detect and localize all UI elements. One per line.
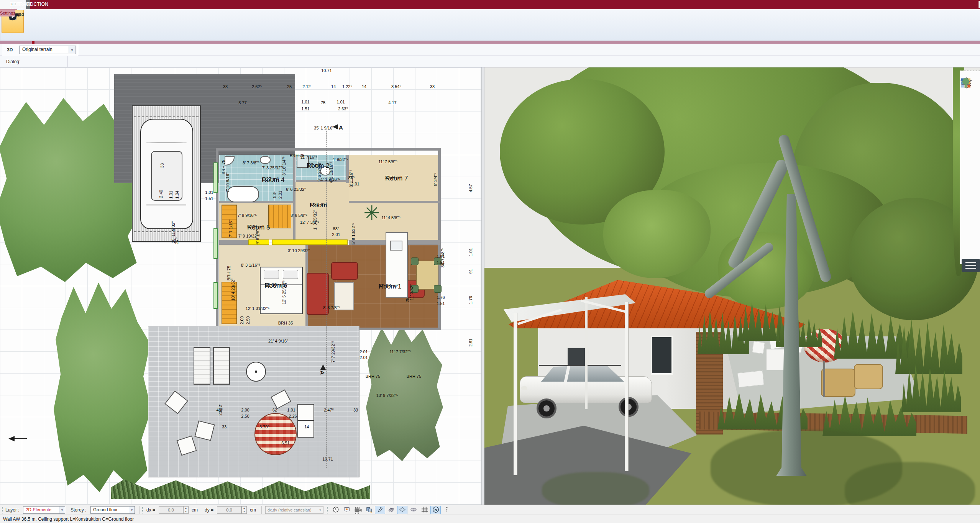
bathtub bbox=[227, 186, 259, 202]
round-table bbox=[246, 362, 266, 382]
dimension-label: 1.01 bbox=[337, 100, 345, 104]
dimension-label: 2.01 bbox=[359, 355, 368, 360]
car-windshield bbox=[146, 143, 187, 143]
dimension-label: 4.57 bbox=[468, 184, 473, 192]
surface-icon[interactable] bbox=[397, 506, 407, 514]
dimension-label: 33 bbox=[353, 408, 358, 412]
dimension-label: BRH 75 bbox=[407, 374, 422, 379]
selected-wall-marker bbox=[213, 162, 218, 193]
grid-icon[interactable] bbox=[419, 506, 430, 514]
car-top-view bbox=[140, 119, 193, 229]
dimension-label: 1.51 bbox=[301, 107, 309, 111]
dimension-label: 10' 4 23/32" bbox=[231, 279, 235, 301]
kitchen-sink bbox=[390, 241, 402, 251]
plants-icon[interactable] bbox=[960, 77, 973, 90]
dimension-label: 5' 9 13/32"⁵ bbox=[351, 223, 356, 244]
dy-stepper[interactable]: ▲▼ bbox=[241, 506, 247, 514]
tab-edit[interactable]: EDIT bbox=[0, 0, 31, 9]
dimension-label: 3.77 bbox=[238, 100, 246, 105]
dimension-label: 88⁵ bbox=[272, 192, 277, 198]
plan-2d-viewport[interactable]: ✳Room 48.27 m²Room 23.9 m²Room 78.53 m²R… bbox=[0, 67, 481, 505]
separator bbox=[140, 506, 140, 514]
dy-input[interactable]: 0.0 bbox=[217, 506, 241, 514]
dimension-label: 2.50 bbox=[241, 414, 249, 418]
unit-label: cm bbox=[250, 507, 258, 513]
application-window: FILEPROJECTCONSTRUCTION3DTERRAIN2D VIEWS… bbox=[0, 0, 980, 523]
house-window bbox=[651, 336, 673, 375]
toilet bbox=[260, 156, 271, 164]
vector-icon[interactable] bbox=[375, 506, 385, 514]
coordinate-mode-select[interactable]: dx,dy (relative cartesian)▾ bbox=[265, 506, 323, 514]
panel-drag-handle[interactable] bbox=[962, 259, 980, 272]
dimension-label: 2.01 bbox=[351, 182, 359, 186]
dimension-label: 1.01 bbox=[468, 248, 473, 256]
catalog-side-panel bbox=[960, 70, 980, 264]
storey-select[interactable]: Ground floor▾ bbox=[90, 506, 135, 514]
render-3d-viewport[interactable] bbox=[484, 67, 980, 505]
dimension-label: 1.01 bbox=[169, 190, 173, 198]
grip bbox=[327, 507, 328, 513]
dimension-label: 1.76 bbox=[468, 296, 473, 304]
dimension-label: 33 bbox=[160, 163, 164, 168]
dx-stepper[interactable]: ▲▼ bbox=[183, 506, 189, 514]
ribbon-group-settings: BackgroundShadowsLightingDisplayVideoSet… bbox=[0, 9, 0, 41]
dx-label: dx = bbox=[146, 507, 159, 513]
chevron-down-icon: ▾ bbox=[317, 507, 323, 513]
dimension-label: 1.01 bbox=[437, 254, 445, 259]
wicker-chair bbox=[821, 369, 855, 397]
layer-select[interactable]: 2D-Elemente▾ bbox=[23, 506, 65, 514]
dimension-label: 2.12 bbox=[302, 84, 310, 89]
camera-icon[interactable] bbox=[353, 506, 363, 514]
dimension-label: BRH 35 bbox=[278, 321, 293, 325]
close-icon[interactable]: ✕ bbox=[978, 1, 980, 8]
view-selector-cell: 3D Original terrain ▾ bbox=[2, 44, 78, 56]
dialog-label: Dialog: bbox=[6, 59, 20, 64]
preview-icon[interactable] bbox=[341, 506, 352, 514]
dimension-label: 25 bbox=[287, 84, 292, 89]
axis-line bbox=[14, 438, 27, 439]
dx-input[interactable]: 0.0 bbox=[159, 506, 183, 514]
grip bbox=[142, 507, 143, 513]
unit-label: cm bbox=[192, 507, 200, 513]
hatch-icon[interactable] bbox=[386, 506, 396, 514]
chevron-down-icon[interactable]: ▾ bbox=[129, 507, 135, 513]
dimension-label: 1.22⁵ bbox=[342, 84, 352, 89]
dimension-label: 1.51 bbox=[437, 260, 445, 265]
clock-icon[interactable] bbox=[330, 506, 341, 514]
dimension-label: 3.54⁵ bbox=[391, 84, 401, 89]
north-icon[interactable]: N bbox=[430, 506, 441, 514]
patio-lounger bbox=[737, 371, 764, 388]
dimension-label: 2.00 bbox=[240, 316, 244, 324]
dimension-label: 12' 5 25/32"⁵ bbox=[282, 280, 286, 305]
hedge bbox=[111, 479, 370, 499]
dimension-label: 8' 3 1/16"⁵ bbox=[241, 263, 260, 267]
dimension-label: 8' 6 5/8"⁵ bbox=[291, 213, 307, 218]
car-cabin bbox=[536, 365, 624, 382]
svg-text:N: N bbox=[434, 508, 437, 512]
dimension-label: 7' 10 9/16" bbox=[225, 172, 230, 192]
status-bar-controls: Layer :2D-Elemente▾Storey :Ground floor▾… bbox=[0, 505, 980, 515]
pane-divider[interactable] bbox=[481, 67, 484, 505]
terrain-select[interactable]: Original terrain ▾ bbox=[19, 46, 76, 54]
contours-icon[interactable] bbox=[408, 506, 419, 514]
dimension-label: 2.00 bbox=[241, 408, 249, 412]
group-label: Settings bbox=[0, 9, 15, 16]
dimension-label: 2.50 bbox=[246, 316, 250, 324]
dimension-label: 8' 7 3/8"⁵ bbox=[243, 161, 259, 165]
dimension-label: 11' 3/32" bbox=[409, 284, 414, 300]
dialog-row: Dialog: bbox=[0, 56, 980, 67]
dimension-label: 4' 9/32"⁵ bbox=[332, 157, 348, 162]
more-icon[interactable] bbox=[442, 506, 452, 514]
chevron-down-icon[interactable]: ▾ bbox=[59, 507, 65, 513]
room-area: 37.68 m² bbox=[379, 283, 398, 289]
dimension-label: 88⁵ bbox=[348, 175, 355, 180]
dimension-label: 11' 4 5/8"⁵ bbox=[381, 215, 401, 220]
dimension-label: 10.71 bbox=[322, 457, 333, 461]
view-toolbar-row: 3D Original terrain ▾ bbox=[0, 44, 980, 56]
grass-shadow bbox=[845, 462, 975, 505]
objects-icon[interactable] bbox=[364, 506, 374, 514]
chevron-down-icon[interactable]: ▾ bbox=[69, 46, 75, 53]
room-area: 8.53 m² bbox=[385, 175, 402, 180]
dimension-label: 11' 7 5/8"⁵ bbox=[378, 159, 397, 164]
dimension-label: 28' 11 9/32" bbox=[171, 221, 176, 243]
